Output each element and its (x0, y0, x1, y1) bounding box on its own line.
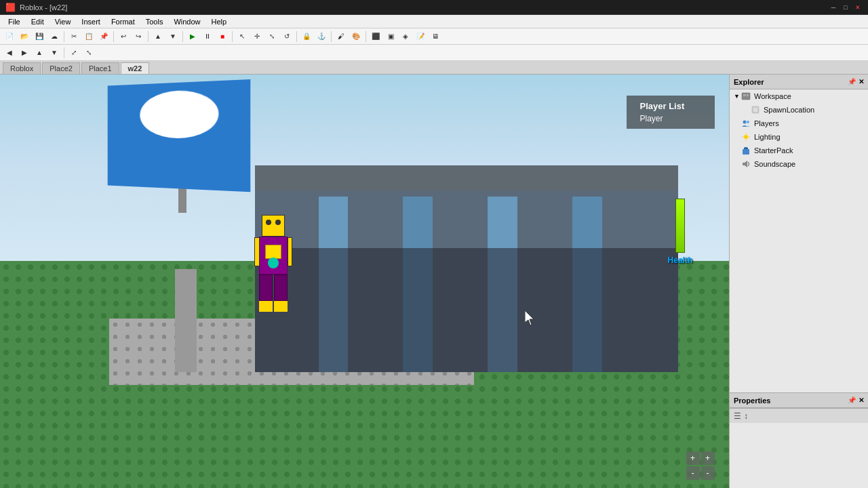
cam-zoom-out[interactable]: - (686, 466, 700, 480)
cam-zoom-in-2[interactable]: + (701, 451, 715, 465)
tb2-collapse[interactable]: ⤡ (82, 46, 96, 60)
tb-paint[interactable]: 🖌 (334, 30, 348, 43)
tree-item-lighting[interactable]: ▶ Lighting (730, 130, 868, 144)
tb-save-to-roblox[interactable]: ☁ (47, 30, 61, 43)
player-list-entry: Player (640, 114, 701, 123)
tb-script[interactable]: 📝 (414, 30, 427, 43)
health-label: Health (668, 256, 693, 265)
tb-new[interactable]: 📄 (3, 30, 16, 43)
svg-point-7 (747, 121, 749, 123)
tab-place2[interactable]: Place2 (42, 62, 80, 74)
explorer-close[interactable]: ✕ (859, 78, 864, 85)
tb-rotate[interactable]: ↺ (280, 30, 294, 43)
cam-zoom-out-2[interactable]: - (701, 466, 715, 480)
tb2-expand[interactable]: ⤢ (67, 46, 81, 60)
maximize-button[interactable]: □ (841, 3, 850, 12)
players-label: Players (754, 119, 779, 127)
player-list-overlay: Player List Player (627, 96, 715, 129)
sep8 (366, 31, 366, 42)
tb-stop[interactable]: ■ (216, 30, 229, 43)
menu-file[interactable]: File (3, 16, 26, 27)
soundscape-icon (741, 159, 751, 169)
tb-select[interactable]: ↖ (235, 30, 249, 43)
menu-edit[interactable]: Edit (26, 16, 50, 27)
viewport[interactable]: ✕ Tools Insert Fullscreen Help CENTER Ex… (0, 75, 729, 488)
player-character (248, 215, 299, 323)
explorer-controls: 📌 ✕ (848, 78, 864, 85)
menu-format[interactable]: Format (106, 16, 140, 27)
tree-item-soundscape[interactable]: ▶ Soundscape (730, 157, 868, 171)
menu-view[interactable]: View (50, 16, 77, 27)
properties-controls: 📌 ✕ (848, 396, 864, 404)
right-panel: Explorer 📌 ✕ ▼ Workspace ▶ SpawnLo (729, 75, 868, 488)
tree-item-spawn[interactable]: ▶ SpawnLocation (730, 103, 868, 117)
tb-play[interactable]: ▶ (186, 30, 199, 43)
tb-move[interactable]: ✛ (250, 30, 264, 43)
tb-cut[interactable]: ✂ (67, 30, 81, 43)
tree-item-starterpack[interactable]: ▶ StarterPack (730, 144, 868, 157)
svg-rect-3 (747, 94, 749, 96)
tb-model[interactable]: ◈ (399, 30, 412, 43)
window-controls: ─ □ ✕ (829, 3, 863, 12)
minimize-button[interactable]: ─ (829, 3, 838, 12)
menu-bar: File Edit View Insert Format Tools Windo… (0, 15, 868, 28)
properties-header: Properties 📌 ✕ (730, 393, 868, 408)
tb-pause[interactable]: ⏸ (201, 30, 214, 43)
tb-undo[interactable]: ↩ (117, 30, 130, 43)
tab-w22[interactable]: w22 (121, 62, 150, 74)
sep9 (64, 47, 64, 58)
tb-lock[interactable]: 🔒 (300, 30, 313, 43)
tree-item-players[interactable]: ▶ Players (730, 117, 868, 130)
tab-place1[interactable]: Place1 (81, 62, 119, 74)
explorer-panel: Explorer 📌 ✕ ▼ Workspace ▶ SpawnLo (730, 75, 868, 393)
tb-gui[interactable]: 🖥 (429, 30, 442, 43)
svg-rect-5 (753, 108, 757, 112)
tb2-down[interactable]: ▼ (47, 46, 61, 60)
svg-point-6 (743, 121, 747, 124)
svg-rect-2 (743, 94, 746, 96)
properties-pin[interactable]: 📌 (848, 396, 856, 404)
tb-save[interactable]: 💾 (33, 30, 46, 43)
spawn-label: SpawnLocation (764, 106, 814, 114)
sep2 (113, 31, 114, 42)
props-filter-icon[interactable]: ☰ (734, 411, 741, 421)
player-list-title: Player List (640, 101, 701, 111)
scene: Health Player List Player + + - - (0, 75, 729, 488)
tb-copy[interactable]: 📋 (82, 30, 96, 43)
tb-terrain[interactable]: ⬛ (369, 30, 382, 43)
title-bar: 🟥 Roblox - [w22] ─ □ ✕ (0, 0, 868, 15)
explorer-header: Explorer 📌 ✕ (730, 75, 868, 89)
health-bar-fill (675, 199, 685, 253)
menu-help[interactable]: Help (206, 16, 233, 27)
close-button[interactable]: ✕ (853, 3, 863, 12)
explorer-title: Explorer (734, 78, 848, 86)
tb2-forward[interactable]: ▶ (18, 46, 31, 60)
tree-item-workspace[interactable]: ▼ Workspace (730, 89, 868, 103)
tb-paste[interactable]: 📌 (97, 30, 111, 43)
tb-scale[interactable]: ⤡ (265, 30, 279, 43)
menu-tools[interactable]: Tools (140, 16, 169, 27)
tb-anchor[interactable]: ⚓ (315, 30, 328, 43)
app-icon: 🟥 (5, 3, 16, 12)
menu-window[interactable]: Window (168, 16, 205, 27)
cam-zoom-in[interactable]: + (686, 451, 700, 465)
properties-close[interactable]: ✕ (859, 396, 864, 404)
tb2-back[interactable]: ◀ (3, 46, 16, 60)
lighting-icon (741, 131, 751, 142)
explorer-pin[interactable]: 📌 (848, 78, 856, 85)
tb2-up[interactable]: ▲ (33, 46, 46, 60)
tb-move-up[interactable]: ▲ (151, 30, 165, 43)
players-icon (741, 118, 751, 129)
tb-redo[interactable]: ↪ (132, 30, 145, 43)
tb-mat[interactable]: 🎨 (349, 30, 363, 43)
tb-move-down[interactable]: ▼ (166, 30, 180, 43)
soundscape-label: Soundscape (754, 160, 795, 168)
menu-insert[interactable]: Insert (76, 16, 106, 27)
sign (102, 83, 263, 207)
sep4 (182, 31, 183, 42)
expand-workspace[interactable]: ▼ (734, 93, 741, 100)
props-sort-icon[interactable]: ↕ (744, 411, 748, 421)
tb-part[interactable]: ▣ (384, 30, 397, 43)
tb-open[interactable]: 📂 (18, 30, 31, 43)
tab-roblox[interactable]: Roblox (3, 62, 41, 74)
